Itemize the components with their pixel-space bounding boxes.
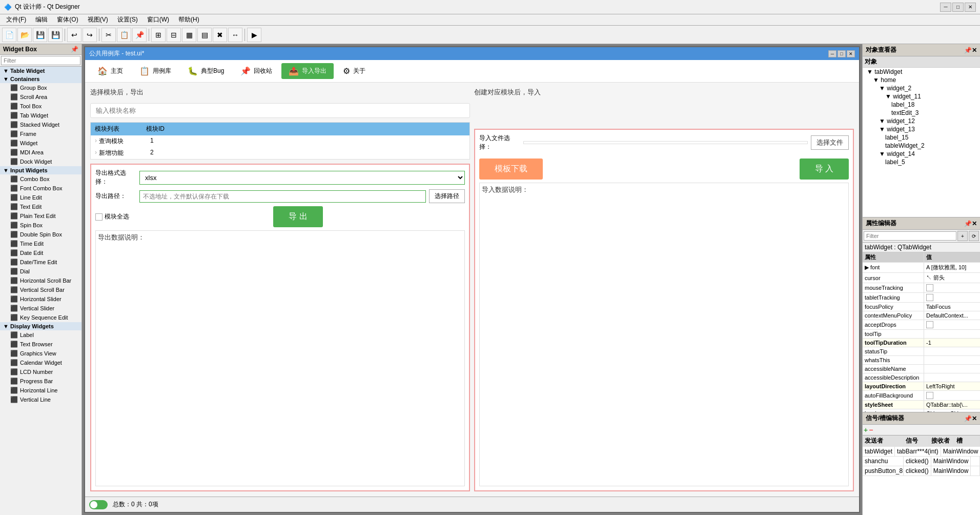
prop-row-tablettracking[interactable]: tabletTracking [863,293,980,303]
widget-item-textbrowser[interactable]: ⬛ Text Browser [0,340,81,349]
widget-item-lineedit[interactable]: ⬛ Line Edit [0,193,81,202]
maximize-button[interactable]: □ [952,3,964,12]
module-row-1[interactable]: › 查询模块 1 [91,135,469,147]
import-button[interactable]: 导 入 [800,159,849,180]
menu-settings[interactable]: 设置(S) [113,14,142,25]
template-download-button[interactable]: 模板下载 [479,159,543,180]
tab-home[interactable]: 🏠 主页 [90,63,130,79]
prop-row-whatthis[interactable]: whatsThis [863,356,980,365]
prop-row-focuspolicy[interactable]: focusPolicy TabFocus [863,303,980,311]
tool-save[interactable]: 💾 [33,28,47,42]
category-input[interactable]: ▼ Input Widgets [0,166,81,174]
widget-item-dateedit[interactable]: ⬛ Date Edit [0,248,81,258]
tool-copy[interactable]: 📋 [117,28,131,42]
minimize-button[interactable]: ─ [940,3,951,12]
prop-row-font[interactable]: ▶ font A [微软雅黑, 10] [863,263,980,273]
select-path-button[interactable]: 选择路径 [429,189,465,203]
signal-row-2[interactable]: shanchu clicked() MainWindow [863,457,980,466]
menu-edit[interactable]: 编辑 [31,14,52,25]
prop-row-accessiblename[interactable]: accessibleName [863,365,980,373]
category-table-widget[interactable]: ▼ Table Widget [0,67,81,75]
widget-item-groupbox[interactable]: ⬛ Group Box [0,83,81,92]
format-select[interactable]: xlsx csv [140,171,464,184]
tool-layout-v[interactable]: ⊟ [167,28,181,42]
tool-adjust[interactable]: ↔ [228,28,242,42]
menu-window[interactable]: 窗口(W) [143,14,173,25]
tab-bugs[interactable]: 🐛 典型Bug [180,63,231,79]
property-filter-input[interactable] [864,231,956,241]
tool-layout-form[interactable]: ▤ [197,28,212,42]
tool-undo[interactable]: ↩ [67,28,81,42]
widget-item-spinbox[interactable]: ⬛ Spin Box [0,221,81,230]
widget-item-mdi[interactable]: ⬛ MDI Area [0,148,81,157]
prop-row-statustip[interactable]: statusTip [863,347,980,356]
widget-item-doublespinbox[interactable]: ⬛ Double Spin Box [0,230,81,239]
inspector-pin[interactable]: 📌✕ [964,47,977,54]
category-containers[interactable]: ▼ Containers [0,75,81,83]
tree-item-label18[interactable]: label_18 [863,101,980,109]
design-max-button[interactable]: □ [838,50,846,57]
widget-item-timeedit[interactable]: ⬛ Time Edit [0,239,81,248]
prop-row-tooltip[interactable]: toolTip [863,330,980,339]
tree-item-label5[interactable]: label_5 [863,158,980,166]
tree-item-label15[interactable]: label_15 [863,133,980,142]
autofill-checkbox[interactable] [926,392,933,399]
signal-row-1[interactable]: tabWidget tabBarr***4(int) MainWindow [863,447,980,457]
tool-cut[interactable]: ✂ [101,28,116,42]
design-close-button[interactable]: ✕ [847,50,855,57]
tool-layout-grid[interactable]: ▦ [182,28,196,42]
property-filter-action[interactable]: ⟳ [969,231,979,241]
widget-item-hslider[interactable]: ⬛ Horizontal Slider [0,294,81,304]
tree-item-tablewidget2[interactable]: tableWidget_2 [863,142,980,150]
menu-file[interactable]: 文件(F) [2,14,30,25]
prop-row-accessibledesc[interactable]: accessibleDescription [863,373,980,382]
widget-item-dial[interactable]: ⬛ Dial [0,267,81,276]
tree-item-widget13[interactable]: ▼ widget_13 [863,125,980,133]
property-editor-pin[interactable]: 📌✕ [964,220,977,227]
tool-open[interactable]: 📂 [17,28,32,42]
tree-item-widget14[interactable]: ▼ widget_14 [863,150,980,158]
widget-box-pin[interactable]: 📌 [71,46,78,53]
tool-new[interactable]: 📄 [2,28,16,42]
menu-form[interactable]: 窗体(O) [53,14,82,25]
tree-item-textedit3[interactable]: textEdit_3 [863,109,980,117]
widget-item-keyseq[interactable]: ⬛ Key Sequence Edit [0,313,81,322]
prop-row-autofill[interactable]: autoFillBackground [863,391,980,401]
toggle-switch[interactable] [89,500,108,509]
widget-item-toolbox[interactable]: ⬛ Tool Box [0,102,81,111]
prop-row-contextmenu[interactable]: contextMenuPolicy DefaultContext... [863,311,980,320]
widget-item-hline[interactable]: ⬛ Horizontal Line [0,386,81,395]
tool-break-layout[interactable]: ✖ [213,28,227,42]
path-input[interactable] [140,191,425,202]
widget-item-widget[interactable]: ⬛ Widget [0,138,81,148]
widget-item-vslider[interactable]: ⬛ Vertical Slider [0,304,81,313]
widget-item-label[interactable]: ⬛ Label [0,330,81,340]
export-button[interactable]: 导 出 [273,206,322,227]
widget-item-vscroll[interactable]: ⬛ Vertical Scroll Bar [0,285,81,294]
widget-item-vline[interactable]: ⬛ Vertical Line [0,395,81,404]
tool-redo[interactable]: ↪ [83,28,97,42]
widget-item-stacked[interactable]: ⬛ Stacked Widget [0,120,81,129]
tab-cases[interactable]: 📋 用例库 [132,63,178,79]
widget-item-scrollarea[interactable]: ⬛ Scroll Area [0,92,81,102]
widget-item-fontcombo[interactable]: ⬛ Font Combo Box [0,184,81,193]
signal-add-button[interactable]: + [864,426,868,434]
design-min-button[interactable]: ─ [828,50,836,57]
property-filter-plus[interactable]: + [957,231,968,241]
module-row-2[interactable]: › 新增功能 2 [91,147,469,159]
tree-item-home[interactable]: ▼ home [863,76,980,84]
widget-item-datetimeedit[interactable]: ⬛ Date/Time Edit [0,258,81,267]
signal-row-3[interactable]: pushButton_8 clicked() MainWindow [863,466,980,476]
widget-item-lcd[interactable]: ⬛ LCD Number [0,367,81,377]
widget-item-combo[interactable]: ⬛ Combo Box [0,174,81,184]
tree-item-widget2[interactable]: ▼ widget_2 [863,84,980,92]
prop-row-acceptdrops[interactable]: acceptDrops [863,320,980,330]
tree-item-widget12[interactable]: ▼ widget_12 [863,117,980,125]
tool-save-all[interactable]: 💾 [48,28,63,42]
menu-view[interactable]: 视图(V) [84,14,112,25]
acceptdrops-checkbox[interactable] [926,321,933,328]
prop-row-mousetracking[interactable]: mouseTracking [863,283,980,293]
select-all-checkbox[interactable] [95,213,103,221]
widget-item-graphics[interactable]: ⬛ Graphics View [0,349,81,358]
prop-row-tooltipduration[interactable]: toolTipDuration -1 [863,339,980,347]
